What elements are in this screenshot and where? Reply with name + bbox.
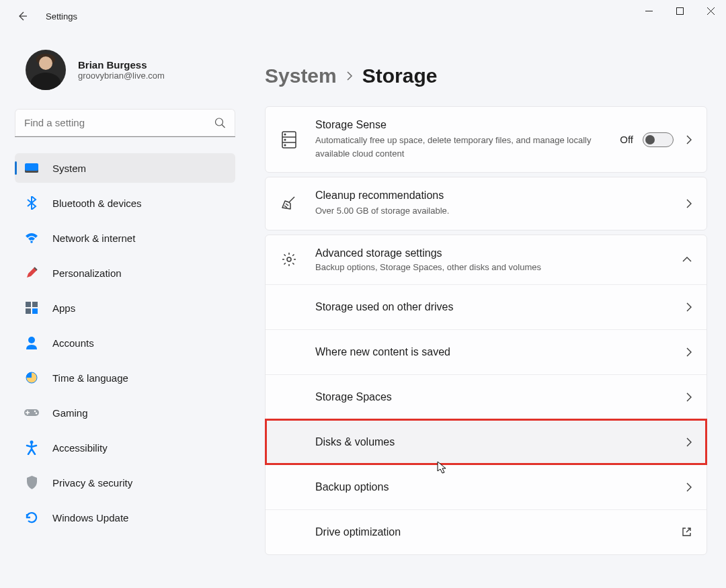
- breadcrumb: System Storage: [265, 65, 707, 87]
- card-title: Storage Sense: [315, 119, 620, 131]
- search-icon: [214, 118, 226, 129]
- card-subtitle: Backup options, Storage Spaces, other di…: [315, 262, 682, 272]
- svg-rect-10: [32, 308, 38, 314]
- svg-line-5: [222, 125, 225, 128]
- search-box[interactable]: [15, 109, 235, 137]
- nav-item-personalization[interactable]: Personalization: [15, 258, 235, 288]
- svg-point-23: [284, 144, 286, 146]
- card-title: Advanced storage settings: [315, 247, 682, 259]
- gaming-icon: [24, 405, 39, 420]
- main-content: System Storage Storage Sense Automatical…: [250, 32, 726, 588]
- svg-point-4: [216, 118, 223, 126]
- chevron-right-icon: [686, 347, 692, 357]
- chevron-right-icon: [346, 71, 353, 81]
- nav-label: Network & internet: [52, 233, 135, 244]
- svg-point-6: [30, 241, 33, 243]
- titlebar: Settings: [0, 0, 726, 32]
- accessibility-icon: [24, 440, 39, 455]
- subitem-drive-optimization[interactable]: Drive optimization: [266, 509, 707, 554]
- subitem-title: Drive optimization: [315, 526, 682, 538]
- chevron-right-icon: [686, 392, 692, 402]
- subitem-where-new-content[interactable]: Where new content is saved: [266, 329, 707, 374]
- nav-list: System Bluetooth & devices Network & int…: [15, 153, 235, 532]
- nav-item-accounts[interactable]: Accounts: [15, 328, 235, 358]
- svg-rect-8: [32, 302, 38, 307]
- nav-label: Bluetooth & devices: [52, 198, 142, 209]
- subitem-storage-other-drives[interactable]: Storage used on other drives: [266, 284, 707, 329]
- window-controls: [633, 0, 726, 22]
- advanced-storage-header[interactable]: Advanced storage settings Backup options…: [266, 235, 707, 284]
- nav-item-update[interactable]: Windows Update: [15, 503, 235, 532]
- back-button[interactable]: [11, 11, 34, 22]
- subitem-storage-spaces[interactable]: Storage Spaces: [266, 374, 707, 419]
- chevron-up-icon: [682, 257, 692, 263]
- subitem-title: Storage used on other drives: [315, 301, 686, 313]
- cleanup-card[interactable]: Cleanup recommendations Over 5.00 GB of …: [265, 177, 707, 230]
- chevron-right-icon: [686, 302, 692, 312]
- subitem-title: Storage Spaces: [315, 391, 686, 403]
- subitem-title: Backup options: [315, 481, 686, 493]
- chevron-right-icon: [686, 199, 692, 208]
- avatar: [26, 50, 66, 90]
- nav-item-apps[interactable]: Apps: [15, 293, 235, 323]
- nav-item-privacy[interactable]: Privacy & security: [15, 468, 235, 497]
- privacy-icon: [24, 475, 39, 490]
- svg-line-25: [286, 204, 288, 206]
- gear-icon: [280, 252, 298, 267]
- nav-label: Accessibility: [52, 442, 108, 454]
- user-name: Brian Burgess: [78, 59, 165, 71]
- nav-item-time[interactable]: Time & language: [15, 363, 235, 392]
- nav-item-gaming[interactable]: Gaming: [15, 398, 235, 427]
- chevron-right-icon: [686, 482, 692, 492]
- accounts-icon: [24, 335, 39, 350]
- minimize-button[interactable]: [633, 0, 664, 22]
- nav-label: Personalization: [52, 267, 122, 279]
- svg-rect-1: [676, 7, 683, 14]
- storage-sense-toggle[interactable]: [643, 132, 674, 147]
- subitem-disks-volumes[interactable]: Disks & volumes: [266, 419, 707, 464]
- chevron-right-icon: [686, 135, 692, 144]
- close-button[interactable]: [695, 0, 726, 22]
- svg-point-16: [36, 413, 38, 415]
- broom-icon: [280, 196, 298, 212]
- nav-label: Gaming: [52, 407, 88, 419]
- card-subtitle: Automatically free up space, delete temp…: [315, 134, 620, 160]
- nav-item-system[interactable]: System: [15, 153, 235, 183]
- svg-point-22: [284, 139, 286, 140]
- breadcrumb-current: Storage: [362, 65, 438, 87]
- svg-rect-9: [26, 308, 31, 314]
- svg-rect-7: [26, 302, 31, 307]
- card-subtitle: Over 5.00 GB of storage available.: [315, 204, 686, 218]
- user-profile[interactable]: Brian Burgess groovybrian@live.com: [15, 50, 235, 90]
- svg-point-15: [34, 411, 36, 413]
- nav-label: Accounts: [52, 337, 94, 349]
- nav-item-bluetooth[interactable]: Bluetooth & devices: [15, 188, 235, 218]
- maximize-button[interactable]: [664, 0, 695, 22]
- toggle-label: Off: [620, 134, 633, 145]
- svg-point-26: [287, 257, 291, 261]
- svg-point-21: [284, 134, 286, 135]
- svg-line-24: [284, 206, 287, 208]
- storage-sense-icon: [280, 131, 298, 149]
- user-email: groovybrian@live.com: [78, 71, 165, 81]
- card-title: Cleanup recommendations: [315, 190, 686, 202]
- storage-sense-card[interactable]: Storage Sense Automatically free up spac…: [265, 106, 707, 173]
- app-title: Settings: [46, 11, 77, 22]
- personalization-icon: [24, 265, 39, 280]
- time-icon: [24, 370, 39, 385]
- search-input[interactable]: [15, 109, 235, 137]
- external-link-icon: [682, 527, 692, 537]
- nav-label: Time & language: [52, 372, 128, 384]
- bluetooth-icon: [24, 196, 39, 210]
- nav-item-network[interactable]: Network & internet: [15, 223, 235, 253]
- subitem-title: Disks & volumes: [315, 436, 686, 448]
- chevron-right-icon: [686, 437, 692, 447]
- nav-label: Apps: [52, 302, 75, 314]
- nav-item-accessibility[interactable]: Accessibility: [15, 433, 235, 462]
- wifi-icon: [24, 230, 39, 245]
- nav-label: Windows Update: [52, 512, 128, 523]
- sidebar: Brian Burgess groovybrian@live.com Syste…: [15, 32, 250, 588]
- subitem-backup-options[interactable]: Backup options: [266, 464, 707, 509]
- breadcrumb-root[interactable]: System: [265, 65, 337, 87]
- nav-label: Privacy & security: [52, 477, 132, 489]
